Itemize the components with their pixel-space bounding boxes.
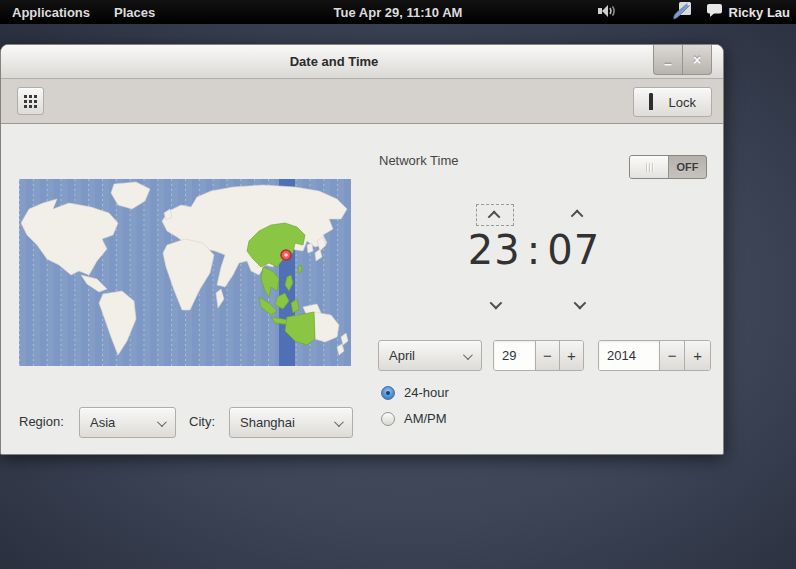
window-title: Date and Time [1, 45, 667, 78]
datetime-panel: Network Time OFF 23:07 [1, 124, 723, 454]
city-value: Shanghai [240, 415, 295, 430]
month-dropdown[interactable]: April [378, 340, 482, 371]
network-time-label: Network Time [379, 153, 458, 168]
year-plus-button[interactable]: + [684, 341, 710, 370]
city-marker-icon [281, 250, 291, 260]
username-label: Ricky Lau [729, 5, 790, 20]
format-24h-option[interactable]: 24-hour [381, 385, 449, 400]
toggle-state-label: OFF [669, 156, 706, 178]
city-label: City: [189, 414, 215, 429]
user-menu[interactable]: Ricky Lau [707, 4, 790, 20]
close-button[interactable]: × [682, 45, 712, 75]
chevron-up-icon [570, 209, 583, 222]
month-value: April [389, 348, 415, 363]
day-plus-button[interactable]: + [559, 341, 583, 370]
input-method-icon[interactable] [671, 1, 693, 24]
grid-icon [24, 95, 37, 108]
region-dropdown[interactable]: Asia [79, 407, 176, 438]
chevron-down-icon [334, 417, 344, 427]
time-display: 23:07 [429, 227, 639, 273]
applications-menu[interactable]: Applications [0, 0, 102, 24]
city-dropdown[interactable]: Shanghai [229, 407, 353, 438]
date-and-time-window: Date and Time – × Lock [0, 44, 724, 455]
day-spinbox: 29 − + [493, 340, 584, 371]
chevron-down-icon [463, 350, 473, 360]
minimize-button[interactable]: – [653, 45, 682, 75]
chevron-down-icon [573, 296, 586, 309]
window-titlebar[interactable]: Date and Time – × [1, 45, 723, 79]
format-24h-label: 24-hour [404, 385, 449, 400]
format-ampm-option[interactable]: AM/PM [381, 411, 447, 426]
chevron-up-icon [487, 210, 500, 223]
close-icon: × [693, 52, 701, 68]
chat-icon [707, 4, 722, 20]
top-panel: Applications Places Tue Apr 29, 11:10 AM [0, 0, 796, 24]
minutes-down-button[interactable] [560, 294, 596, 314]
lock-button-label: Lock [669, 95, 696, 110]
region-label: Region: [19, 414, 64, 429]
hours-up-button[interactable] [476, 204, 514, 226]
minutes-up-button[interactable] [560, 204, 596, 224]
lock-icon [649, 95, 661, 109]
time-separator: : [521, 227, 547, 273]
radio-selected-icon[interactable] [381, 386, 395, 400]
network-time-toggle[interactable]: OFF [629, 155, 707, 179]
date-row: April 29 − + 2014 − + [1, 340, 725, 371]
region-value: Asia [90, 415, 115, 430]
volume-icon[interactable] [598, 3, 617, 22]
radio-unselected-icon[interactable] [381, 412, 395, 426]
minutes-value: 07 [547, 227, 600, 273]
year-entry[interactable]: 2014 [599, 341, 659, 370]
places-menu[interactable]: Places [102, 0, 167, 24]
year-minus-button[interactable]: − [659, 341, 685, 370]
timezone-map[interactable] [19, 179, 351, 366]
lock-button[interactable]: Lock [633, 87, 712, 117]
format-ampm-label: AM/PM [404, 411, 447, 426]
chevron-down-icon [157, 417, 167, 427]
day-minus-button[interactable]: − [535, 341, 559, 370]
hours-down-button[interactable] [476, 294, 512, 314]
day-entry[interactable]: 29 [494, 341, 535, 370]
minimize-icon: – [664, 56, 672, 72]
toggle-handle[interactable] [630, 156, 669, 178]
hours-value: 23 [468, 227, 521, 273]
all-settings-button[interactable] [17, 87, 44, 115]
year-spinbox: 2014 − + [598, 340, 711, 371]
settings-toolbar: Lock [1, 79, 723, 124]
chevron-down-icon [489, 296, 502, 309]
desktop: Applications Places Tue Apr 29, 11:10 AM [0, 0, 796, 569]
